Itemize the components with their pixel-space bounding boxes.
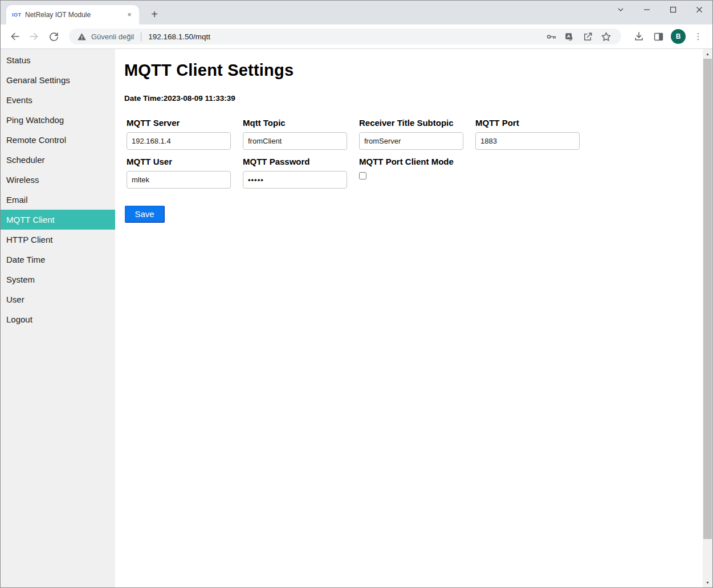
receiver-subtopic-input[interactable] (359, 132, 463, 150)
sidebar-item-scheduler[interactable]: Scheduler (1, 150, 115, 170)
mqtt-port-input[interactable] (475, 132, 580, 150)
sidebar-nav: Status Genaral Settings Events Ping Watc… (1, 49, 115, 587)
field-label: MQTT Password (243, 157, 359, 166)
window-controls (608, 1, 712, 19)
toolbar-right-group: B ⋮ (629, 28, 708, 45)
translate-icon[interactable]: A (562, 29, 577, 44)
sidebar-item-logout[interactable]: Logout (1, 309, 115, 329)
main-panel: MQTT Client Settings Date Time:2023-08-0… (115, 49, 703, 587)
mqtt-port-client-mode-checkbox[interactable] (359, 172, 366, 179)
mqtt-topic-input[interactable] (243, 132, 347, 150)
browser-toolbar: Güvenli değil 192.168.1.50/mqtt A (1, 24, 712, 49)
sidebar-item-http-client[interactable]: HTTP Client (1, 230, 115, 250)
sidebar-item-mqtt-client[interactable]: MQTT Client (1, 210, 115, 230)
field-mqtt-port: MQTT Port (475, 118, 592, 150)
password-key-icon[interactable] (544, 29, 559, 44)
sidebar-item-wireless[interactable]: Wireless (1, 170, 115, 190)
browser-tab[interactable]: IOT NetRelay IOT Module × (6, 5, 139, 24)
field-label: Mqtt Topic (243, 118, 359, 128)
tab-title: NetRelay IOT Module (25, 11, 124, 19)
sidebar-item-user[interactable]: User (1, 289, 115, 309)
tab-search-chevron-icon[interactable] (608, 1, 634, 19)
browser-window: { "browser": { "tab_title": "NetRelay IO… (0, 0, 713, 588)
address-bar[interactable]: Güvenli değil 192.168.1.50/mqtt A (69, 28, 621, 44)
field-label: Receiver Title Subtopic (359, 118, 475, 128)
tab-strip: IOT NetRelay IOT Module × + (1, 1, 712, 24)
field-label: MQTT Server (127, 118, 243, 128)
sidebar-item-remote-control[interactable]: Remote Control (1, 130, 115, 150)
profile-avatar[interactable]: B (671, 29, 686, 44)
page-title: MQTT Client Settings (124, 61, 703, 80)
field-mqtt-password: MQTT Password (243, 157, 359, 189)
mqtt-server-input[interactable] (127, 132, 231, 150)
field-label: MQTT Port (475, 118, 592, 128)
forward-icon[interactable] (26, 28, 43, 45)
back-icon[interactable] (6, 28, 23, 45)
field-label: MQTT Port Client Mode (359, 157, 475, 166)
field-mqtt-port-client-mode: MQTT Port Client Mode (359, 157, 475, 189)
bookmark-star-icon[interactable] (598, 29, 613, 44)
sidebar-item-events[interactable]: Events (1, 90, 115, 110)
datetime-label: Date Time:2023-08-09 11:33:39 (124, 94, 703, 103)
field-mqtt-user: MQTT User (127, 157, 243, 189)
downloads-icon[interactable] (630, 28, 647, 45)
minimize-button[interactable] (634, 1, 660, 19)
url-text: 192.168.1.50/mqtt (148, 32, 210, 41)
field-mqtt-topic: Mqtt Topic (243, 118, 359, 150)
field-label: MQTT User (127, 157, 243, 166)
side-panel-icon[interactable] (650, 28, 667, 45)
new-tab-button[interactable]: + (146, 7, 162, 23)
share-icon[interactable] (580, 29, 595, 44)
field-mqtt-server: MQTT Server (127, 118, 243, 150)
vertical-scrollbar[interactable]: ▲ ▼ (703, 49, 712, 587)
sidebar-item-system[interactable]: System (1, 270, 115, 289)
sidebar-item-ping-watchdog[interactable]: Ping Watchdog (1, 110, 115, 130)
security-status-label: Güvenli değil (91, 32, 134, 41)
save-button[interactable]: Save (125, 206, 165, 223)
svg-text:A: A (567, 34, 571, 39)
not-secure-warning-icon[interactable] (77, 32, 87, 42)
mqtt-user-input[interactable] (127, 171, 231, 189)
tab-close-icon[interactable]: × (124, 10, 135, 20)
sidebar-item-general-settings[interactable]: Genaral Settings (1, 70, 115, 90)
maximize-button[interactable] (660, 1, 686, 19)
mqtt-settings-form: MQTT Server Mqtt Topic Receiver Title Su… (127, 118, 703, 189)
scrollbar-thumb[interactable] (703, 59, 712, 539)
close-window-button[interactable] (686, 1, 712, 19)
scrollbar-down-arrow-icon[interactable]: ▼ (703, 578, 712, 587)
omnibox-separator (141, 32, 141, 41)
sidebar-item-email[interactable]: Email (1, 190, 115, 210)
reload-icon[interactable] (45, 28, 62, 45)
field-receiver-title-subtopic: Receiver Title Subtopic (359, 118, 475, 150)
favicon-iot-icon: IOT (12, 12, 21, 18)
page-content: Status Genaral Settings Events Ping Watc… (1, 49, 712, 587)
scrollbar-up-arrow-icon[interactable]: ▲ (703, 49, 712, 59)
sidebar-item-date-time[interactable]: Date Time (1, 250, 115, 270)
sidebar-item-status[interactable]: Status (1, 50, 115, 70)
mqtt-password-input[interactable] (243, 171, 347, 189)
browser-menu-icon[interactable]: ⋮ (690, 28, 707, 45)
